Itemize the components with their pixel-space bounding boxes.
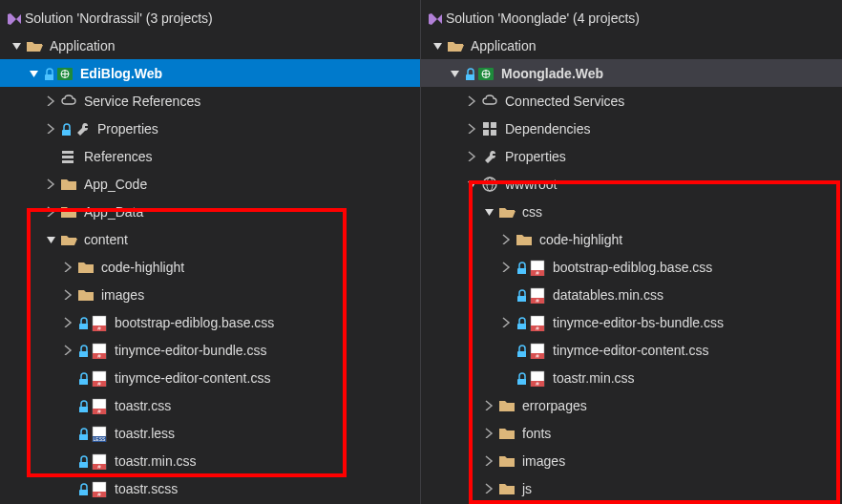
lock-icon bbox=[515, 285, 526, 304]
css-icon bbox=[90, 396, 109, 415]
tree-item[interactable]: Properties bbox=[0, 115, 420, 142]
tree-item[interactable]: toastr.less bbox=[0, 419, 420, 447]
chevron-icon[interactable] bbox=[44, 205, 57, 219]
tree-item[interactable]: fonts bbox=[421, 419, 842, 447]
chevron-icon[interactable] bbox=[465, 122, 478, 136]
tree-item[interactable]: toastr.css bbox=[0, 391, 420, 419]
chevron-icon[interactable] bbox=[499, 261, 513, 274]
chevron-icon[interactable] bbox=[482, 454, 495, 468]
chevron-down-icon[interactable] bbox=[44, 233, 57, 246]
lock-icon bbox=[76, 368, 88, 388]
lock-icon bbox=[76, 396, 88, 415]
tree-item-label: fonts bbox=[522, 426, 551, 441]
chevron-icon[interactable] bbox=[61, 261, 74, 274]
folder-icon bbox=[497, 452, 516, 471]
css-icon bbox=[90, 452, 109, 471]
lock-icon bbox=[76, 424, 88, 443]
tree-item-label: toastr.min.css bbox=[115, 453, 197, 469]
tree-item[interactable]: Service References bbox=[0, 87, 420, 115]
folder-css[interactable]: css bbox=[421, 198, 842, 225]
solution-label: Solution 'Moonglade' (4 projects) bbox=[446, 10, 640, 26]
chevron-icon[interactable] bbox=[499, 233, 513, 246]
project-node[interactable]: Moonglade.Web bbox=[421, 59, 842, 87]
chevron-icon[interactable] bbox=[482, 427, 495, 440]
chevron-down-icon[interactable] bbox=[482, 205, 495, 219]
lock-icon bbox=[76, 479, 88, 498]
tree-item[interactable]: tinymce-editor-bundle.css bbox=[0, 336, 420, 364]
tree-item[interactable]: code-highlight bbox=[0, 253, 420, 281]
chevron-icon[interactable] bbox=[482, 482, 495, 495]
css-icon bbox=[528, 368, 547, 388]
folder-content[interactable]: content bbox=[0, 225, 420, 253]
wrench-icon bbox=[73, 119, 92, 138]
folder-application[interactable]: Application bbox=[0, 32, 420, 59]
tree-item[interactable]: images bbox=[0, 281, 420, 308]
tree-item[interactable]: images bbox=[421, 447, 842, 474]
tree-item[interactable]: toastr.min.css bbox=[0, 447, 420, 474]
tree-item[interactable]: bootstrap-ediblog.base.css bbox=[0, 308, 420, 336]
chevron-icon[interactable] bbox=[465, 150, 478, 163]
folder-application[interactable]: Application bbox=[421, 32, 842, 59]
lock-icon bbox=[76, 452, 88, 471]
chevron-icon[interactable] bbox=[44, 122, 57, 136]
chevron-icon[interactable] bbox=[44, 178, 57, 191]
solution-explorer-left: Solution 'Nordrassil' (3 projects) Appli… bbox=[0, 0, 421, 504]
folder-icon bbox=[497, 424, 516, 443]
chevron-down-icon[interactable] bbox=[27, 67, 40, 80]
chevron-down-icon[interactable] bbox=[431, 39, 444, 52]
wrench-icon bbox=[480, 147, 499, 166]
tree-item[interactable]: tinymce-editor-content.css bbox=[0, 364, 420, 391]
folder-open-icon bbox=[59, 230, 78, 249]
tree-item[interactable]: toastr.min.css bbox=[421, 364, 842, 391]
csproj-icon bbox=[55, 64, 74, 83]
tree-item-label: images bbox=[101, 287, 144, 303]
refs-icon bbox=[59, 147, 78, 166]
tree-item[interactable]: errorpages bbox=[421, 391, 842, 419]
chevron-icon[interactable] bbox=[61, 344, 74, 357]
folder-icon bbox=[59, 202, 78, 221]
tree-item[interactable]: Connected Services bbox=[421, 87, 842, 115]
tree-item-label: tinymce-editor-content.css bbox=[115, 370, 270, 386]
chevron-icon[interactable] bbox=[499, 316, 513, 329]
tree-item-label: References bbox=[84, 149, 153, 164]
solution-node[interactable]: Solution 'Nordrassil' (3 projects) bbox=[0, 4, 420, 32]
tree-item[interactable]: datatables.min.css bbox=[421, 281, 842, 308]
tree-item[interactable]: toastr.scss bbox=[0, 474, 420, 502]
lock-icon bbox=[76, 341, 88, 360]
tree-item[interactable]: code-highlight bbox=[421, 225, 842, 253]
chevron-icon[interactable] bbox=[482, 399, 495, 412]
tree-item-label: bootstrap-ediblog.base.css bbox=[115, 315, 274, 330]
chevron-icon[interactable] bbox=[61, 288, 74, 302]
tree-item[interactable]: tinymce-editor-bs-bundle.css bbox=[421, 308, 842, 336]
tree-item-label: Properties bbox=[97, 121, 158, 136]
folder-open-icon bbox=[497, 202, 516, 221]
vs-icon bbox=[427, 10, 442, 26]
tree-item[interactable]: tinymce-editor-content.css bbox=[421, 336, 842, 364]
folder-wwwroot[interactable]: wwwroot bbox=[421, 170, 842, 198]
css-icon bbox=[528, 258, 547, 277]
cloud-icon bbox=[59, 92, 78, 111]
tree-item[interactable]: js bbox=[421, 474, 842, 502]
globe-icon bbox=[480, 175, 499, 194]
chevron-down-icon[interactable] bbox=[465, 178, 478, 191]
tree-item[interactable]: Dependencies bbox=[421, 115, 842, 142]
tree-item-label: code-highlight bbox=[539, 232, 622, 247]
tree-item[interactable]: bootstrap-ediblog.base.css bbox=[421, 253, 842, 281]
solution-explorer-right: Solution 'Moonglade' (4 projects) Applic… bbox=[421, 0, 842, 504]
chevron-icon[interactable] bbox=[44, 94, 57, 108]
tree-item-label: toastr.min.css bbox=[553, 370, 635, 386]
lock-icon bbox=[76, 313, 88, 332]
tree-item-label: js bbox=[522, 481, 532, 496]
folder-icon bbox=[515, 230, 534, 249]
tree-item[interactable]: Properties bbox=[421, 142, 842, 170]
tree-item[interactable]: App_Code bbox=[0, 170, 420, 198]
tree-item[interactable]: References bbox=[0, 142, 420, 170]
tree-item[interactable]: App_Data bbox=[0, 198, 420, 225]
chevron-down-icon[interactable] bbox=[448, 67, 461, 80]
chevron-icon[interactable] bbox=[465, 94, 478, 108]
solution-node[interactable]: Solution 'Moonglade' (4 projects) bbox=[421, 4, 842, 32]
chevron-icon[interactable] bbox=[61, 316, 74, 329]
chevron-down-icon[interactable] bbox=[10, 39, 23, 52]
project-node[interactable]: EdiBlog.Web bbox=[0, 59, 420, 87]
tree-item-label: datatables.min.css bbox=[553, 287, 663, 303]
